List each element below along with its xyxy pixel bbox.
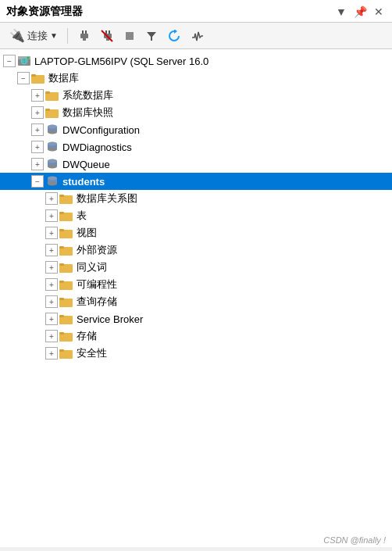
- tree-node-programmability[interactable]: + 可编程性: [0, 276, 392, 293]
- svg-rect-47: [59, 212, 64, 214]
- db-icon: [45, 140, 59, 154]
- expand-btn-security[interactable]: +: [45, 347, 58, 360]
- float-icon[interactable]: ▼: [334, 5, 348, 18]
- tree-node-synonyms[interactable]: + 同义词: [0, 259, 392, 276]
- node-label-server: LAPTOP-GLM56IPV (SQL Server 16.0: [34, 55, 208, 67]
- expand-btn-storage[interactable]: +: [45, 330, 58, 342]
- expand-btn-databases[interactable]: −: [17, 72, 30, 84]
- folder-icon: [59, 295, 73, 309]
- expand-btn-synonyms[interactable]: +: [45, 261, 58, 274]
- node-label-storage: 存储: [77, 329, 97, 343]
- tree-node-dwdiag[interactable]: + DWDiagnostics: [0, 138, 392, 156]
- node-label-dbsnapshot: 数据库快照: [62, 106, 113, 120]
- plug-icon: [77, 30, 90, 42]
- svg-rect-5: [109, 30, 110, 34]
- node-label-views: 视图: [77, 226, 97, 240]
- expand-btn-programmability[interactable]: +: [45, 278, 58, 291]
- tree-node-dbdiagram[interactable]: + 数据库关系图: [0, 190, 392, 207]
- svg-point-40: [48, 182, 57, 186]
- expand-btn-external[interactable]: +: [45, 244, 58, 256]
- expand-btn-servicebroker[interactable]: +: [45, 313, 58, 325]
- tree-node-tables[interactable]: + 表: [0, 207, 392, 224]
- node-label-security: 安全性: [77, 346, 107, 360]
- tree-node-systemdb[interactable]: + 系统数据库: [0, 87, 392, 104]
- tree-node-server[interactable]: − LAPTOP-GLM56IPV (SQL Server 16.0: [0, 52, 392, 70]
- pin-icon[interactable]: 📌: [353, 5, 367, 18]
- expand-btn-dwqueue[interactable]: +: [31, 158, 44, 170]
- expand-btn-views[interactable]: +: [45, 227, 58, 239]
- folder-icon: [31, 71, 45, 85]
- expand-btn-dbdiagram[interactable]: +: [45, 192, 58, 205]
- tree-node-students[interactable]: − students: [0, 173, 392, 190]
- expand-btn-systemdb[interactable]: +: [31, 89, 44, 102]
- node-label-external: 外部资源: [77, 243, 117, 257]
- svg-point-41: [48, 177, 57, 181]
- tree-node-servicebroker[interactable]: + Service Broker: [0, 310, 392, 327]
- node-label-dwdiag: DWDiagnostics: [62, 141, 132, 153]
- node-label-servicebroker: Service Broker: [77, 313, 143, 325]
- expand-btn-tables[interactable]: +: [45, 209, 58, 222]
- expand-btn-dwdiag[interactable]: +: [31, 141, 44, 153]
- svg-rect-1: [85, 30, 87, 34]
- activity-icon: [191, 30, 204, 42]
- refresh-button[interactable]: [165, 28, 184, 44]
- expand-btn-server[interactable]: −: [3, 55, 16, 67]
- tree-node-storage[interactable]: + 存储: [0, 327, 392, 345]
- tree-node-external[interactable]: + 外部资源: [0, 242, 392, 259]
- svg-point-32: [48, 148, 57, 152]
- disconnect-icon: [101, 30, 113, 42]
- expand-btn-dwconfig[interactable]: +: [31, 123, 44, 136]
- tree-node-dbsnapshot[interactable]: + 数据库快照: [0, 104, 392, 121]
- svg-rect-65: [59, 315, 64, 317]
- node-label-synonyms: 同义词: [77, 260, 107, 274]
- close-icon[interactable]: ✕: [372, 5, 386, 18]
- expand-btn-students[interactable]: −: [31, 175, 44, 188]
- connect-icon: 🔌: [9, 28, 25, 43]
- server-icon: [17, 54, 31, 68]
- tree-node-databases[interactable]: − 数据库: [0, 70, 392, 87]
- node-label-tables: 表: [77, 209, 87, 223]
- svg-rect-25: [45, 109, 50, 111]
- tree-node-querycache[interactable]: + 查询存储: [0, 293, 392, 310]
- expand-btn-dbsnapshot[interactable]: +: [31, 106, 44, 119]
- connect-label: 连接: [27, 29, 48, 43]
- tree-area[interactable]: − LAPTOP-GLM56IPV (SQL Server 16.0− 数据库+…: [0, 49, 392, 547]
- svg-point-33: [48, 142, 57, 146]
- svg-rect-56: [59, 263, 64, 266]
- svg-rect-68: [59, 332, 64, 335]
- svg-marker-10: [147, 32, 156, 41]
- tree-node-dwconfig[interactable]: + DWConfiguration: [0, 121, 392, 138]
- connect-dropdown-arrow[interactable]: ▼: [50, 31, 58, 40]
- svg-point-28: [48, 131, 57, 134]
- activity-button[interactable]: [188, 28, 207, 44]
- svg-rect-59: [59, 281, 64, 283]
- disconnect-button[interactable]: [98, 28, 116, 44]
- tree-node-security[interactable]: + 安全性: [0, 345, 392, 362]
- svg-point-36: [48, 165, 57, 169]
- stop-button[interactable]: [121, 29, 138, 43]
- node-label-students: students: [62, 176, 105, 188]
- node-label-dbdiagram: 数据库关系图: [77, 191, 137, 206]
- plug-button[interactable]: [74, 28, 93, 44]
- folder-icon: [59, 329, 73, 343]
- tree-node-dwqueue[interactable]: + DWQueue: [0, 156, 392, 173]
- svg-rect-0: [82, 30, 84, 34]
- svg-rect-4: [105, 30, 107, 34]
- connect-button[interactable]: 🔌 连接 ▼: [6, 27, 61, 45]
- tree-node-views[interactable]: + 视图: [0, 224, 392, 242]
- node-label-programmability: 可编程性: [77, 277, 117, 292]
- folder-icon: [45, 106, 59, 120]
- toolbar: 🔌 连接 ▼: [0, 23, 392, 49]
- expand-btn-querycache[interactable]: +: [45, 295, 58, 308]
- node-label-systemdb: 系统数据库: [62, 88, 113, 102]
- folder-icon: [45, 88, 59, 102]
- filter-button[interactable]: [143, 29, 160, 43]
- svg-rect-44: [59, 195, 64, 197]
- node-label-databases: 数据库: [48, 71, 79, 85]
- stop-icon: [124, 30, 135, 41]
- node-label-dwconfig: DWConfiguration: [62, 124, 140, 136]
- svg-rect-50: [59, 229, 64, 231]
- folder-icon: [59, 346, 73, 360]
- folder-icon: [59, 243, 73, 257]
- folder-icon: [59, 226, 73, 240]
